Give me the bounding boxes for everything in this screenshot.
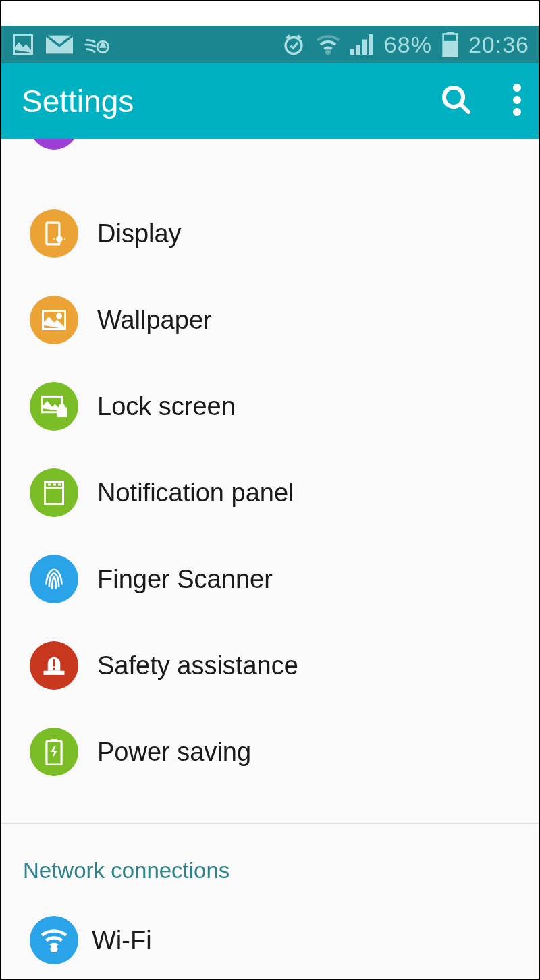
svg-rect-7 bbox=[362, 40, 367, 55]
app-bar: Settings bbox=[1, 63, 539, 139]
overflow-menu-button[interactable] bbox=[513, 84, 521, 119]
item-label: Wi-Fi bbox=[92, 926, 152, 955]
settings-item-wifi[interactable]: Wi-Fi bbox=[1, 908, 539, 973]
svg-point-32 bbox=[52, 947, 56, 951]
item-label: Power saving bbox=[97, 738, 251, 767]
search-icon bbox=[440, 84, 473, 116]
wifi-icon bbox=[315, 34, 341, 55]
svg-rect-8 bbox=[369, 34, 373, 55]
sound-icon bbox=[30, 139, 78, 150]
fingerprint-icon bbox=[30, 555, 78, 603]
svg-rect-5 bbox=[350, 49, 354, 55]
page-title: Settings bbox=[22, 83, 134, 119]
lock-screen-icon bbox=[30, 382, 78, 431]
clock: 20:36 bbox=[468, 32, 529, 58]
status-bar: 68% 20:36 bbox=[1, 26, 539, 63]
svg-rect-21 bbox=[58, 408, 66, 416]
picture-icon bbox=[11, 32, 35, 57]
signal-icon bbox=[350, 34, 375, 55]
settings-item-finger-scanner[interactable]: Finger Scanner bbox=[1, 536, 539, 622]
svg-point-15 bbox=[513, 108, 521, 116]
display-icon bbox=[30, 209, 78, 258]
settings-item-sounds[interactable]: Sounds and notifications bbox=[1, 139, 539, 158]
svg-point-17 bbox=[56, 236, 63, 242]
settings-item-display[interactable]: Display bbox=[1, 190, 539, 277]
svg-rect-28 bbox=[53, 659, 55, 667]
settings-item-power-saving[interactable]: Power saving bbox=[1, 709, 539, 795]
svg-point-14 bbox=[513, 96, 521, 104]
emergency-icon bbox=[30, 641, 78, 690]
screen: 68% 20:36 Settings bbox=[0, 0, 540, 980]
svg-rect-11 bbox=[443, 41, 458, 57]
app-bar-actions bbox=[440, 84, 521, 119]
settings-item-notification-panel[interactable]: Notification panel bbox=[1, 450, 539, 536]
alarm-icon bbox=[281, 32, 306, 57]
item-label: Wallpaper bbox=[97, 306, 212, 335]
search-button[interactable] bbox=[440, 84, 473, 119]
battery-icon bbox=[441, 32, 459, 57]
status-right: 68% 20:36 bbox=[281, 32, 529, 58]
wallpaper-icon bbox=[30, 296, 78, 344]
svg-point-4 bbox=[326, 51, 329, 54]
item-label: Lock screen bbox=[97, 392, 236, 421]
settings-item-wallpaper[interactable]: Wallpaper bbox=[1, 277, 539, 363]
svg-point-13 bbox=[513, 84, 521, 92]
settings-list[interactable]: Sounds and notifications Display Wallpap… bbox=[1, 139, 539, 979]
svg-point-3 bbox=[286, 38, 302, 54]
item-label: Display bbox=[97, 219, 182, 248]
section-header-network: Network connections bbox=[1, 824, 539, 908]
svg-rect-27 bbox=[44, 671, 65, 675]
settings-item-lock-screen[interactable]: Lock screen bbox=[1, 363, 539, 450]
power-saving-icon bbox=[30, 728, 78, 776]
svg-point-19 bbox=[57, 314, 61, 318]
notification-panel-icon bbox=[30, 468, 78, 517]
item-label: Safety assistance bbox=[97, 651, 298, 680]
svg-rect-6 bbox=[356, 45, 360, 55]
item-label: Finger Scanner bbox=[97, 565, 273, 594]
mail-icon bbox=[46, 35, 73, 54]
settings-item-safety-assistance[interactable]: Safety assistance bbox=[1, 622, 539, 709]
wifi-icon bbox=[30, 916, 78, 964]
item-label: Notification panel bbox=[97, 479, 294, 508]
more-vert-icon bbox=[513, 84, 521, 116]
svg-rect-29 bbox=[53, 668, 55, 670]
hand-icon bbox=[84, 33, 111, 56]
battery-percent: 68% bbox=[384, 32, 432, 58]
status-left bbox=[11, 32, 111, 57]
